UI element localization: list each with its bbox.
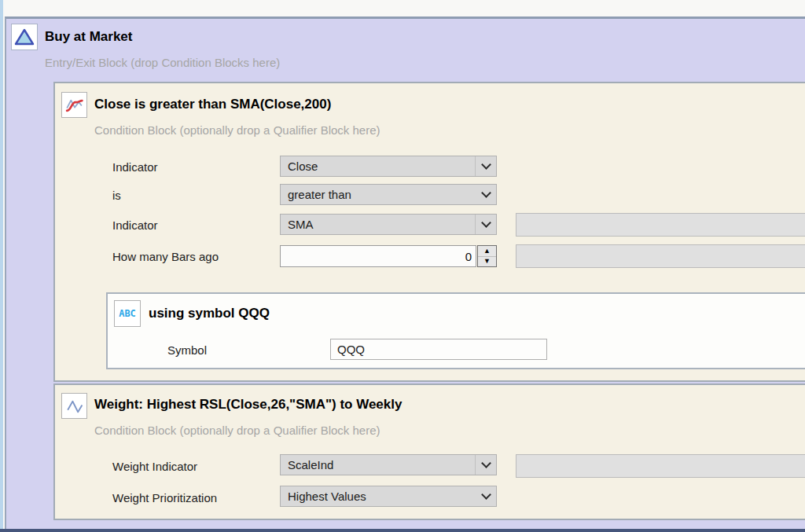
abc-symbol-icon: ABC xyxy=(114,300,141,327)
condition2-title: Weight: Highest RSL(Close,26,"SMA") to W… xyxy=(94,396,402,413)
weight-indicator-label: Weight Indicator xyxy=(112,459,197,474)
buy-triangle-icon xyxy=(11,24,38,50)
indicator2-dropdown-value: SMA xyxy=(281,215,475,234)
triangle-icon xyxy=(13,26,35,48)
spin-up-button[interactable]: ▲ xyxy=(478,246,496,257)
chevron-down-icon xyxy=(476,156,496,176)
indicator2-dropdown[interactable]: SMA xyxy=(280,214,497,235)
condition-chart-icon xyxy=(61,92,87,118)
chevron-down-icon xyxy=(476,185,496,204)
weight-prioritization-dropdown-value: Highest Values xyxy=(281,486,476,506)
entry-block-title: Buy at Market xyxy=(45,28,132,45)
indicator2-param-field-disabled xyxy=(516,213,805,237)
spinner-buttons[interactable]: ▲ ▼ xyxy=(477,245,497,267)
condition2-subtitle: Condition Block (optionally drop a Quali… xyxy=(94,423,380,438)
spin-down-button[interactable]: ▼ xyxy=(478,257,496,267)
chevron-down-icon xyxy=(476,215,496,234)
indicator1-label: Indicator xyxy=(112,160,158,174)
weight-indicator-dropdown-value: ScaleInd xyxy=(281,455,475,475)
indicator-waves-icon xyxy=(64,95,84,115)
weight-prioritization-label: Weight Prioritization xyxy=(112,490,217,505)
condition1-title: Close is greater than SMA(Close,200) xyxy=(94,96,331,112)
weight-wave-icon-box xyxy=(61,393,87,419)
bars-ago-param-field-disabled xyxy=(516,244,805,268)
left-accent-strip xyxy=(0,0,3,532)
chevron-down-icon xyxy=(476,455,496,475)
bars-ago-input[interactable] xyxy=(280,245,476,267)
entry-block-subtitle: Entry/Exit Block (drop Condition Blocks … xyxy=(45,55,280,70)
symbol-block-title: using symbol QQQ xyxy=(149,305,270,321)
operator-dropdown[interactable]: greater than xyxy=(280,184,497,205)
bars-ago-label: How many Bars ago xyxy=(112,249,219,264)
symbol-input[interactable] xyxy=(330,339,547,360)
indicator2-label: Indicator xyxy=(112,218,158,233)
abc-icon: ABC xyxy=(119,308,136,319)
chevron-down-icon xyxy=(476,486,496,506)
bars-ago-spinner[interactable]: ▲ ▼ xyxy=(280,245,497,267)
operator-label: is xyxy=(112,188,121,203)
symbol-label: Symbol xyxy=(167,343,207,358)
indicator1-dropdown[interactable]: Close xyxy=(280,156,497,177)
indicator1-dropdown-value: Close xyxy=(281,156,475,176)
weight-indicator-dropdown[interactable]: ScaleInd xyxy=(280,454,497,475)
next-block-edge xyxy=(0,529,805,532)
condition1-subtitle: Condition Block (optionally drop a Quali… xyxy=(94,123,380,138)
weight-indicator-param-field-disabled xyxy=(516,454,805,478)
wave-icon xyxy=(64,396,84,416)
weight-prioritization-dropdown[interactable]: Highest Values xyxy=(280,486,497,507)
operator-dropdown-value: greater than xyxy=(281,185,476,204)
